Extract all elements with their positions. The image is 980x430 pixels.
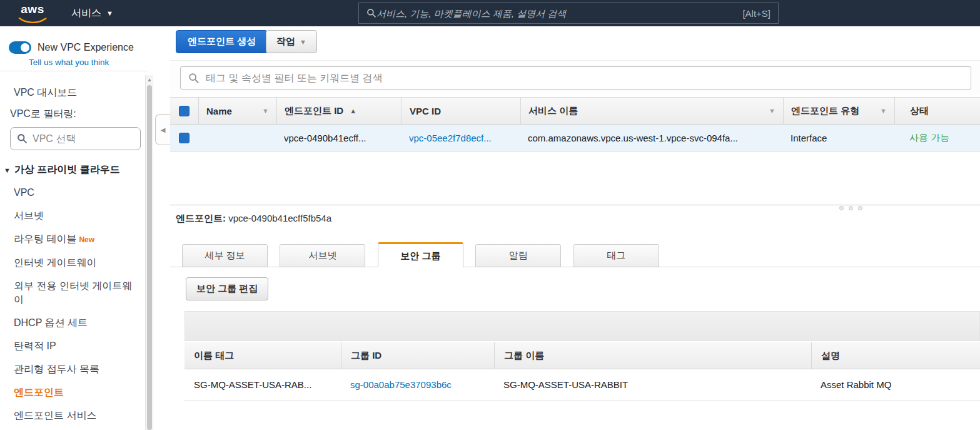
scrollbar-thumb[interactable] bbox=[147, 85, 152, 430]
column-header-group-name[interactable]: 그룹 이름 bbox=[494, 342, 811, 369]
search-icon bbox=[366, 8, 376, 18]
sort-down-icon: ▼ bbox=[769, 107, 775, 115]
sidebar: New VPC Experience Tell us what you thin… bbox=[0, 26, 170, 430]
column-header-name[interactable]: Name▼ bbox=[198, 98, 276, 124]
scroll-up-arrow-icon[interactable]: ▲ bbox=[146, 75, 153, 84]
global-search-bar: [Alt+S] bbox=[358, 3, 779, 24]
security-groups-toolbar bbox=[184, 311, 980, 341]
new-badge: New bbox=[79, 235, 94, 244]
sidebar-item-endpoint-services[interactable]: 엔드포인트 서비스 bbox=[14, 404, 140, 427]
row-checkbox-cell bbox=[170, 125, 198, 151]
aws-logo[interactable]: aws bbox=[18, 3, 48, 26]
search-shortcut-hint: [Alt+S] bbox=[742, 8, 770, 19]
vpc-id-link[interactable]: vpc-05ee2f7d8ecf... bbox=[402, 125, 520, 151]
column-header-vpc-id[interactable]: VPC ID bbox=[402, 98, 520, 124]
detail-title-value: vpce-0490b41ecff5fb54a bbox=[228, 213, 331, 223]
column-header-group-id[interactable]: 그룹 ID bbox=[341, 342, 494, 369]
top-navbar: aws 서비스 ▼ [Alt+S] bbox=[0, 0, 980, 26]
sidebar-item-elastic-ips[interactable]: 탄력적 IP bbox=[14, 335, 140, 358]
vpc-select-input[interactable] bbox=[33, 133, 134, 145]
select-all-checkbox-cell bbox=[170, 98, 198, 124]
toggle-knob bbox=[21, 43, 29, 52]
tab-security-groups[interactable]: 보안 그룹 bbox=[378, 242, 463, 267]
column-header-name-tag[interactable]: 이름 태그 bbox=[184, 342, 341, 369]
sg-group-id-link[interactable]: sg-00a0ab75e37093b6c bbox=[341, 369, 494, 400]
sidebar-scrollbar: ▲ bbox=[145, 75, 153, 430]
endpoint-type-cell: Interface bbox=[783, 125, 894, 151]
search-icon bbox=[17, 133, 28, 144]
new-vpc-experience-label: New VPC Experience bbox=[38, 42, 134, 53]
sg-group-name-cell: SG-MQ-ASSET-USA-RABBIT bbox=[494, 369, 811, 400]
sg-name-tag-cell: SG-MQ-ASSET-USA-RAB... bbox=[184, 369, 341, 400]
column-header-status[interactable]: 상태 bbox=[894, 98, 980, 124]
edit-security-groups-button[interactable]: 보안 그룹 편집 bbox=[186, 277, 268, 300]
endpoint-id-cell: vpce-0490b41ecff... bbox=[276, 125, 402, 151]
row-checkbox[interactable] bbox=[179, 133, 189, 143]
services-label: 서비스 bbox=[71, 7, 101, 20]
tab-notifications[interactable]: 알림 bbox=[475, 244, 561, 267]
vpc-select-box bbox=[10, 127, 141, 150]
panel-drag-handle[interactable] bbox=[839, 206, 862, 210]
sidebar-collapse-handle[interactable]: ◀ bbox=[155, 114, 170, 145]
security-groups-table: 이름 태그 그룹 ID 그룹 이름 설명 SG-MQ-ASSET-USA-RAB… bbox=[184, 342, 980, 401]
actions-dropdown-button[interactable]: 작업▼ bbox=[266, 30, 317, 53]
sidebar-item-egress-only-internet-gateways[interactable]: 외부 전용 인터넷 게이트웨이 bbox=[14, 275, 140, 312]
aws-logo-text: aws bbox=[18, 3, 48, 15]
sidebar-divider bbox=[0, 71, 148, 71]
column-header-endpoint-type[interactable]: 엔드포인트 유형▼ bbox=[783, 98, 894, 124]
create-endpoint-button[interactable]: 엔드포인트 생성 bbox=[176, 30, 268, 53]
select-all-checkbox[interactable] bbox=[179, 106, 189, 116]
aws-smile-icon bbox=[18, 17, 47, 24]
search-icon bbox=[188, 73, 200, 84]
sidebar-item-route-tables[interactable]: 라우팅 테이블New bbox=[14, 228, 140, 252]
sidebar-item-internet-gateways[interactable]: 인터넷 게이트웨이 bbox=[14, 252, 140, 275]
aws-vpc-console: aws 서비스 ▼ [Alt+S] New VPC Experience Tel… bbox=[0, 0, 980, 430]
name-cell bbox=[198, 125, 276, 151]
caret-down-icon: ▼ bbox=[300, 38, 306, 46]
service-name-cell: com.amazonaws.vpce.us-west-1.vpce-svc-09… bbox=[520, 125, 783, 151]
tab-details[interactable]: 세부 정보 bbox=[182, 244, 268, 267]
detail-tabs: 세부 정보 서브넷 보안 그룹 알림 태그 bbox=[182, 242, 980, 267]
sidebar-item-vpc[interactable]: VPC bbox=[14, 182, 140, 205]
section-collapse-icon: ▼ bbox=[4, 166, 11, 174]
tab-subnets[interactable]: 서브넷 bbox=[280, 244, 365, 267]
filter-search-input[interactable] bbox=[206, 73, 963, 84]
endpoints-table-header: Name▼ 엔드포인트 ID▲ VPC ID 서비스 이름▼ 엔드포인트 유형▼… bbox=[170, 97, 980, 125]
collapse-arrow-icon: ◀ bbox=[161, 126, 166, 133]
column-header-description[interactable]: 설명 bbox=[811, 342, 980, 369]
sort-up-icon: ▲ bbox=[350, 107, 356, 115]
column-header-endpoint-id[interactable]: 엔드포인트 ID▲ bbox=[276, 98, 402, 124]
services-menu[interactable]: 서비스 ▼ bbox=[71, 0, 113, 26]
endpoints-table: Name▼ 엔드포인트 ID▲ VPC ID 서비스 이름▼ 엔드포인트 유형▼… bbox=[170, 97, 980, 152]
filter-row bbox=[170, 60, 980, 95]
endpoint-detail-title: 엔드포인트: vpce-0490b41ecff5fb54a bbox=[176, 213, 331, 225]
global-search-input[interactable] bbox=[376, 8, 742, 19]
security-groups-table-header: 이름 태그 그룹 ID 그룹 이름 설명 bbox=[184, 342, 980, 369]
sidebar-item-subnets[interactable]: 서브넷 bbox=[14, 205, 140, 228]
status-cell: 사용 가능 bbox=[894, 125, 980, 151]
main-content: 엔드포인트 생성 작업▼ Name▼ 엔드포인트 ID▲ VPC ID 서비스 … bbox=[170, 26, 980, 430]
sg-description-cell: Asset Rabbit MQ bbox=[811, 369, 980, 400]
feedback-link[interactable]: Tell us what you think bbox=[29, 58, 109, 67]
security-group-row[interactable]: SG-MQ-ASSET-USA-RAB... sg-00a0ab75e37093… bbox=[184, 369, 980, 401]
sidebar-item-dhcp-option-sets[interactable]: DHCP 옵션 세트 bbox=[14, 312, 140, 335]
section-virtual-private-cloud[interactable]: ▼가상 프라이빗 클라우드 bbox=[4, 163, 120, 177]
sidebar-item-endpoints[interactable]: 엔드포인트 bbox=[14, 381, 140, 404]
tab-tags[interactable]: 태그 bbox=[573, 244, 659, 267]
filter-search-box bbox=[180, 66, 971, 90]
detail-panel-divider bbox=[170, 205, 980, 205]
column-header-service-name[interactable]: 서비스 이름▼ bbox=[520, 98, 783, 124]
sidebar-nav-list: VPC 서브넷 라우팅 테이블New 인터넷 게이트웨이 외부 전용 인터넷 게… bbox=[14, 182, 140, 427]
new-vpc-experience-toggle[interactable] bbox=[9, 41, 31, 54]
sort-down-icon: ▼ bbox=[880, 107, 887, 115]
sidebar-item-managed-prefix-lists[interactable]: 관리형 접두사 목록 bbox=[14, 358, 140, 381]
vpc-dashboard-link[interactable]: VPC 대시보드 bbox=[14, 86, 77, 100]
vpc-filter-label: VPC로 필터링: bbox=[10, 108, 76, 121]
caret-down-icon: ▼ bbox=[106, 9, 113, 17]
sort-down-icon: ▼ bbox=[262, 107, 269, 115]
endpoint-table-row[interactable]: vpce-0490b41ecff... vpc-05ee2f7d8ecf... … bbox=[170, 125, 980, 152]
detail-title-label: 엔드포인트: bbox=[176, 213, 226, 223]
